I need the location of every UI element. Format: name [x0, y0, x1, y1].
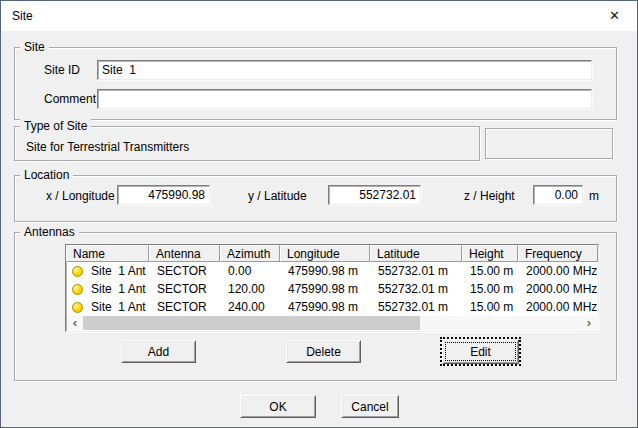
antennas-group-label: Antennas — [20, 225, 79, 240]
antenna-name-cell: Site 1 Ant 3 — [66, 300, 149, 314]
antenna-row[interactable]: Site 1 Ant 2 SECTOR 120.00 475990.98 m 5… — [66, 280, 598, 298]
scroll-right-icon[interactable]: › — [581, 316, 597, 330]
close-icon: ✕ — [609, 8, 620, 23]
antenna-azimuth-cell: 120.00 — [220, 282, 280, 296]
antenna-type-cell: SECTOR — [149, 300, 220, 314]
column-header-frequency[interactable]: Frequency — [518, 245, 598, 262]
antenna-row[interactable]: Site 1 Ant 3 SECTOR 240.00 475990.98 m 5… — [66, 298, 598, 316]
antenna-type-cell: SECTOR — [149, 282, 220, 296]
column-header-height[interactable]: Height — [462, 245, 518, 262]
site-dialog: Site ✕ Site Site ID Comment Type of Site… — [0, 0, 638, 428]
location-group-label: Location — [20, 168, 73, 183]
add-button[interactable]: Add — [121, 340, 196, 363]
antenna-frequency-cell: 2000.00 MHz — [518, 300, 598, 314]
scroll-left-icon[interactable]: ‹ — [67, 316, 83, 330]
antenna-row[interactable]: Site 1 Ant 1 SECTOR 0.00 475990.98 m 552… — [66, 262, 598, 280]
antenna-status-icon — [72, 302, 83, 313]
x-longitude-input[interactable] — [117, 185, 210, 205]
antenna-status-icon — [72, 284, 83, 295]
antenna-longitude-cell: 475990.98 m — [280, 300, 370, 314]
column-header-latitude[interactable]: Latitude — [370, 245, 462, 262]
antenna-height-cell: 15.00 m — [462, 300, 518, 314]
antenna-height-cell: 15.00 m — [462, 282, 518, 296]
antenna-latitude-cell: 552732.01 m — [370, 264, 462, 278]
column-header-name[interactable]: Name — [66, 245, 149, 262]
horizontal-scrollbar[interactable]: ‹ › — [67, 316, 597, 330]
scrollbar-thumb[interactable] — [83, 316, 420, 330]
site-id-label: Site ID — [44, 63, 80, 77]
titlebar[interactable]: Site ✕ — [1, 1, 637, 31]
site-group-label: Site — [20, 40, 49, 55]
close-button[interactable]: ✕ — [592, 1, 637, 30]
antennas-table-header: Name Antenna Azimuth Longitude Latitude … — [66, 245, 598, 262]
antenna-latitude-cell: 552732.01 m — [370, 282, 462, 296]
ok-button[interactable]: OK — [240, 395, 316, 418]
type-of-site-value: Site for Terrestrial Transmitters — [26, 140, 189, 154]
type-of-site-side-panel — [485, 128, 613, 159]
antenna-azimuth-cell: 0.00 — [220, 264, 280, 278]
antennas-table: Name Antenna Azimuth Longitude Latitude … — [65, 244, 599, 332]
edit-button[interactable]: Edit — [442, 339, 519, 364]
y-latitude-input[interactable] — [328, 185, 421, 205]
z-height-unit: m — [589, 189, 599, 203]
column-header-longitude[interactable]: Longitude — [280, 245, 370, 262]
edit-button-focus-ring: Edit — [440, 337, 521, 366]
y-latitude-label: y / Latitude — [248, 189, 307, 203]
type-of-site-group-label: Type of Site — [20, 119, 91, 134]
site-id-input[interactable] — [97, 60, 592, 80]
antenna-type-cell: SECTOR — [149, 264, 220, 278]
antenna-latitude-cell: 552732.01 m — [370, 300, 462, 314]
antenna-longitude-cell: 475990.98 m — [280, 264, 370, 278]
comment-input[interactable] — [97, 89, 592, 109]
site-group: Site — [14, 47, 617, 120]
x-longitude-label: x / Longitude — [46, 189, 115, 203]
column-header-antenna[interactable]: Antenna — [149, 245, 220, 262]
antenna-azimuth-cell: 240.00 — [220, 300, 280, 314]
cancel-button[interactable]: Cancel — [341, 395, 399, 418]
z-height-label: z / Height — [464, 189, 515, 203]
window-title: Site — [1, 9, 33, 23]
column-header-azimuth[interactable]: Azimuth — [220, 245, 280, 262]
antenna-frequency-cell: 2000.00 MHz — [518, 264, 598, 278]
z-height-input[interactable] — [533, 185, 583, 205]
antenna-status-icon — [72, 266, 83, 277]
antenna-frequency-cell: 2000.00 MHz — [518, 282, 598, 296]
antenna-name-cell: Site 1 Ant 1 — [66, 264, 149, 278]
antenna-name-cell: Site 1 Ant 2 — [66, 282, 149, 296]
antenna-longitude-cell: 475990.98 m — [280, 282, 370, 296]
comment-label: Comment — [44, 92, 96, 106]
delete-button[interactable]: Delete — [286, 340, 361, 363]
antenna-height-cell: 15.00 m — [462, 264, 518, 278]
